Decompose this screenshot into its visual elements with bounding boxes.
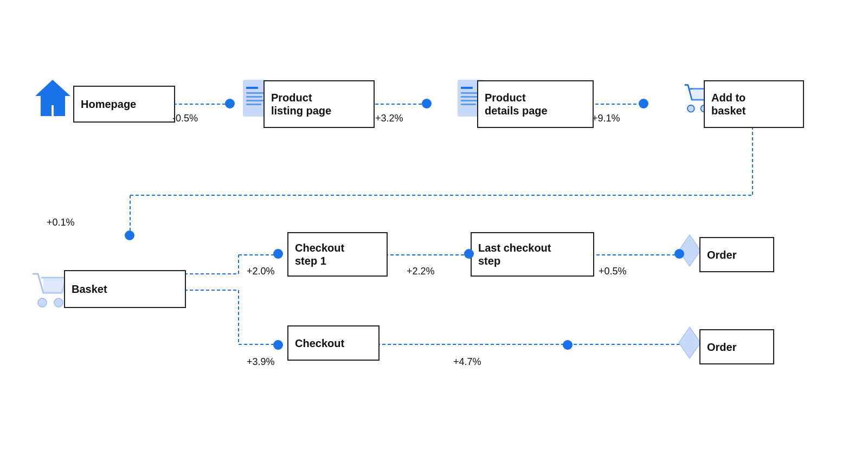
pct-9: +4.7% — [453, 356, 481, 368]
checkout-node: Checkout — [287, 325, 380, 361]
last-checkout-label: Last checkoutstep — [478, 241, 551, 267]
basket-icon — [31, 266, 67, 311]
dot-6 — [464, 249, 474, 259]
order2-diamond-icon — [677, 323, 703, 366]
dot-2 — [422, 99, 432, 108]
svg-point-32 — [38, 298, 47, 307]
pct-3: +9.1% — [592, 113, 620, 124]
dot-1 — [225, 99, 235, 108]
svg-rect-20 — [246, 96, 262, 98]
svg-rect-21 — [246, 100, 263, 101]
dot-7 — [674, 249, 684, 259]
svg-rect-28 — [461, 104, 476, 105]
checkout-label: Checkout — [295, 337, 344, 350]
svg-rect-18 — [246, 87, 258, 89]
product-listing-node: Productlisting page — [263, 80, 375, 128]
svg-point-29 — [687, 105, 695, 112]
home-icon — [33, 77, 73, 123]
pct-8: +3.9% — [247, 356, 275, 368]
pct-4: +0.1% — [47, 217, 75, 228]
dot-4 — [125, 230, 134, 240]
product-details-label: Productdetails page — [485, 91, 548, 117]
homepage-label: Homepage — [81, 98, 136, 111]
pct-6: +2.2% — [407, 266, 435, 277]
svg-point-33 — [54, 298, 63, 307]
pct-7: +0.5% — [599, 266, 627, 277]
svg-rect-34 — [43, 278, 66, 293]
flowchart-diagram: Homepage Productlisting page Productdeta… — [0, 0, 868, 474]
order2-node: Order — [699, 329, 774, 364]
dot-9 — [563, 340, 573, 350]
svg-rect-24 — [461, 87, 473, 89]
product-listing-label: Productlisting page — [271, 91, 331, 117]
homepage-node: Homepage — [73, 86, 175, 123]
order1-node: Order — [699, 237, 774, 272]
dot-5 — [273, 249, 283, 259]
svg-rect-19 — [246, 92, 265, 94]
product-details-node: Productdetails page — [477, 80, 594, 128]
checkout-step1-label: Checkoutstep 1 — [295, 241, 344, 267]
basket-node: Basket — [64, 270, 186, 308]
basket-label: Basket — [72, 283, 107, 296]
order2-label: Order — [707, 341, 736, 354]
add-to-basket-node: Add tobasket — [704, 80, 804, 128]
pct-1: -0.5% — [172, 113, 198, 124]
last-checkout-node: Last checkoutstep — [471, 232, 594, 277]
add-to-basket-label: Add tobasket — [711, 91, 745, 117]
svg-rect-22 — [246, 104, 261, 105]
order1-label: Order — [707, 248, 736, 261]
checkout-step1-node: Checkoutstep 1 — [287, 232, 388, 277]
pct-5: +2.0% — [247, 266, 275, 277]
svg-rect-27 — [461, 100, 478, 101]
dot-8 — [273, 340, 283, 350]
svg-marker-36 — [679, 327, 700, 358]
svg-marker-16 — [35, 80, 70, 116]
dot-3 — [639, 99, 648, 108]
pct-2: +3.2% — [375, 113, 403, 124]
svg-rect-26 — [461, 96, 477, 98]
